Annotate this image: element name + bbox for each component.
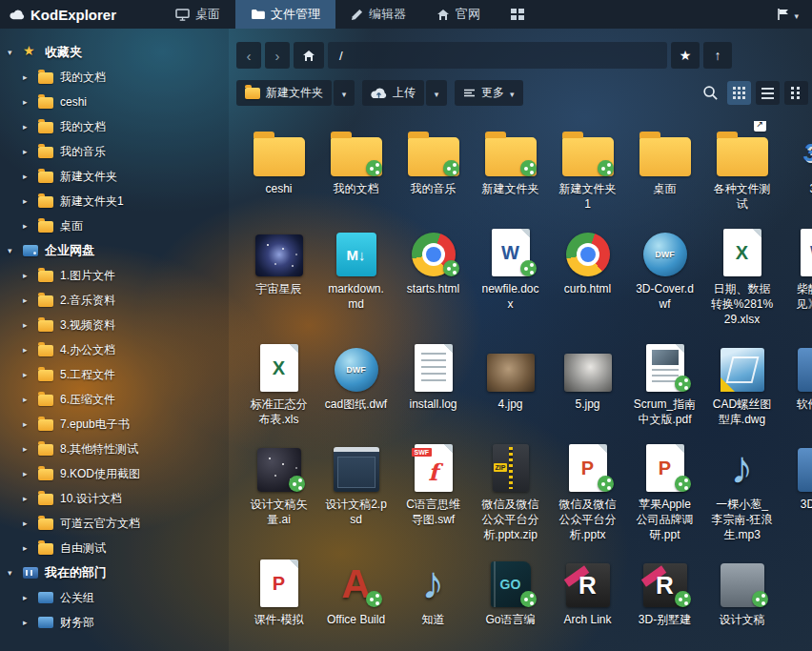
- file-item[interactable]: 设计文稿: [703, 552, 781, 627]
- file-item[interactable]: 知道: [395, 552, 472, 627]
- view-detail-button[interactable]: [784, 81, 808, 105]
- file-item[interactable]: install.log: [395, 336, 472, 427]
- view-grid-button[interactable]: [727, 81, 751, 105]
- tree-expand-icon[interactable]: [8, 246, 21, 255]
- forward-button[interactable]: ›: [265, 42, 290, 69]
- sidebar-item[interactable]: 桌面: [0, 214, 229, 238]
- file-item[interactable]: newfile.docx: [472, 221, 549, 327]
- file-item[interactable]: ceshi: [240, 121, 317, 212]
- tree-collapsed-icon[interactable]: [23, 543, 36, 553]
- sidebar-item-enterprise-drive[interactable]: 企业网盘: [0, 238, 229, 263]
- file-item[interactable]: 3D-Cover.dwf: [626, 221, 703, 327]
- tree-collapsed-icon[interactable]: [23, 395, 36, 404]
- file-item[interactable]: 5.jpg: [549, 336, 626, 427]
- file-item[interactable]: markdown.md: [317, 221, 395, 327]
- sidebar-item[interactable]: 财务部: [0, 610, 229, 635]
- file-item[interactable]: C语言思维导图.swf: [395, 437, 472, 542]
- tree-collapsed-icon[interactable]: [23, 345, 36, 355]
- file-item[interactable]: 软件特性: [781, 336, 812, 427]
- file-item[interactable]: curb.html: [549, 221, 626, 327]
- tree-collapsed-icon[interactable]: [23, 221, 36, 231]
- breadcrumb[interactable]: /: [328, 42, 667, 69]
- file-item[interactable]: 课件-模拟: [240, 552, 317, 627]
- file-item[interactable]: 宇宙星辰: [240, 221, 317, 327]
- sidebar-item[interactable]: 8.其他特性测试: [0, 437, 229, 461]
- sidebar-item-my-department[interactable]: 我在的部门: [0, 560, 229, 585]
- tree-collapsed-icon[interactable]: [23, 494, 36, 503]
- sidebar-item[interactable]: 新建文件夹1: [0, 189, 229, 214]
- sidebar-item[interactable]: 9.KOD使用截图: [0, 461, 229, 486]
- file-item[interactable]: Arch Link: [549, 552, 626, 627]
- sidebar-item[interactable]: 我的文档: [0, 65, 229, 90]
- nav-desktop[interactable]: 桌面: [160, 0, 235, 29]
- file-item[interactable]: 桌面: [626, 121, 703, 212]
- sidebar-item[interactable]: 我的音乐: [0, 139, 229, 164]
- tree-collapsed-icon[interactable]: [23, 147, 36, 156]
- sidebar-item[interactable]: 4.办公文档: [0, 337, 229, 362]
- tree-collapsed-icon[interactable]: [23, 172, 36, 181]
- file-item[interactable]: 标准正态分布表.xls: [240, 336, 317, 427]
- more-button[interactable]: 更多: [455, 80, 523, 106]
- tree-collapsed-icon[interactable]: [23, 72, 36, 82]
- file-item[interactable]: Office Build: [317, 552, 395, 627]
- tree-collapsed-icon[interactable]: [23, 444, 36, 454]
- file-item[interactable]: 3D模型: [781, 437, 812, 542]
- tree-expand-icon[interactable]: [8, 568, 21, 578]
- tree-collapsed-icon[interactable]: [23, 419, 36, 429]
- sidebar-item[interactable]: 1.图片文件: [0, 263, 229, 288]
- upload-button[interactable]: 上传: [362, 80, 424, 106]
- file-item[interactable]: 4.jpg: [472, 336, 549, 427]
- file-item[interactable]: Go语言编: [472, 552, 549, 627]
- file-item[interactable]: 一棵小葱_李宗南-狂浪生.mp3: [703, 437, 781, 542]
- up-level-button[interactable]: ↑: [703, 42, 732, 69]
- sidebar-item[interactable]: 我的文档: [0, 114, 229, 139]
- file-item[interactable]: 新建文件夹1: [549, 121, 626, 212]
- nav-website[interactable]: 官网: [421, 0, 496, 29]
- sidebar-item[interactable]: ceshi: [0, 90, 229, 114]
- new-folder-dropdown[interactable]: [334, 80, 355, 106]
- home-button[interactable]: [294, 42, 324, 69]
- file-item[interactable]: 日期、数据转换%281%29.xlsx: [703, 221, 781, 327]
- file-item[interactable]: 3D-别墅建: [626, 552, 703, 627]
- tree-collapsed-icon[interactable]: [23, 196, 36, 206]
- view-list-button[interactable]: [756, 81, 780, 105]
- sidebar-item[interactable]: 自由测试: [0, 536, 229, 560]
- upload-dropdown[interactable]: [426, 80, 447, 106]
- tree-collapsed-icon[interactable]: [23, 593, 36, 602]
- file-item[interactable]: 365: [781, 121, 812, 212]
- sidebar-item[interactable]: 3.视频资料: [0, 313, 229, 337]
- file-item[interactable]: starts.html: [395, 221, 472, 327]
- file-item[interactable]: 我的文档: [317, 121, 395, 212]
- tree-collapsed-icon[interactable]: [23, 122, 36, 132]
- sidebar-item[interactable]: 6.压缩文件: [0, 387, 229, 412]
- sidebar-item[interactable]: 公关组: [0, 585, 229, 610]
- file-item[interactable]: 微信及微信公众平台分析.pptx.zip: [472, 437, 549, 542]
- nav-editor[interactable]: 编辑器: [335, 0, 421, 29]
- new-folder-button[interactable]: 新建文件夹: [236, 80, 332, 106]
- file-item[interactable]: cad图纸.dwf: [317, 336, 395, 427]
- file-item[interactable]: 柴静《看见》演讲: [781, 221, 812, 327]
- nav-apps[interactable]: [496, 0, 545, 29]
- sidebar-item[interactable]: 新建文件夹: [0, 164, 229, 189]
- sidebar-item[interactable]: 7.epub电子书: [0, 412, 229, 437]
- app-logo[interactable]: KodExplorer: [0, 7, 160, 23]
- file-item[interactable]: CAD螺丝图型库.dwg: [703, 336, 781, 427]
- tree-collapsed-icon[interactable]: [23, 519, 36, 528]
- sidebar-item-favorites[interactable]: 收藏夹: [0, 40, 229, 65]
- tree-collapsed-icon[interactable]: [23, 370, 36, 379]
- tree-collapsed-icon[interactable]: [23, 469, 36, 478]
- file-item[interactable]: 各种文件测试: [703, 121, 781, 212]
- sidebar-item[interactable]: 10.设计文档: [0, 486, 229, 511]
- file-item[interactable]: 设计文稿矢量.ai: [240, 437, 317, 542]
- search-icon[interactable]: [702, 85, 719, 101]
- file-item[interactable]: Scrum_指南中文版.pdf: [626, 336, 703, 427]
- file-item[interactable]: 我的音乐: [395, 121, 472, 212]
- sidebar-item[interactable]: 可道云官方文档: [0, 511, 229, 536]
- tree-collapsed-icon[interactable]: [23, 295, 36, 305]
- favorite-button[interactable]: ★: [671, 42, 700, 69]
- file-item[interactable]: 设计文稿2.psd: [317, 437, 395, 542]
- file-item[interactable]: 苹果Apple公司品牌调研.ppt: [626, 437, 703, 542]
- file-item[interactable]: 新建文件夹: [472, 121, 549, 212]
- tree-collapsed-icon[interactable]: [23, 271, 36, 280]
- language-selector[interactable]: [777, 6, 812, 23]
